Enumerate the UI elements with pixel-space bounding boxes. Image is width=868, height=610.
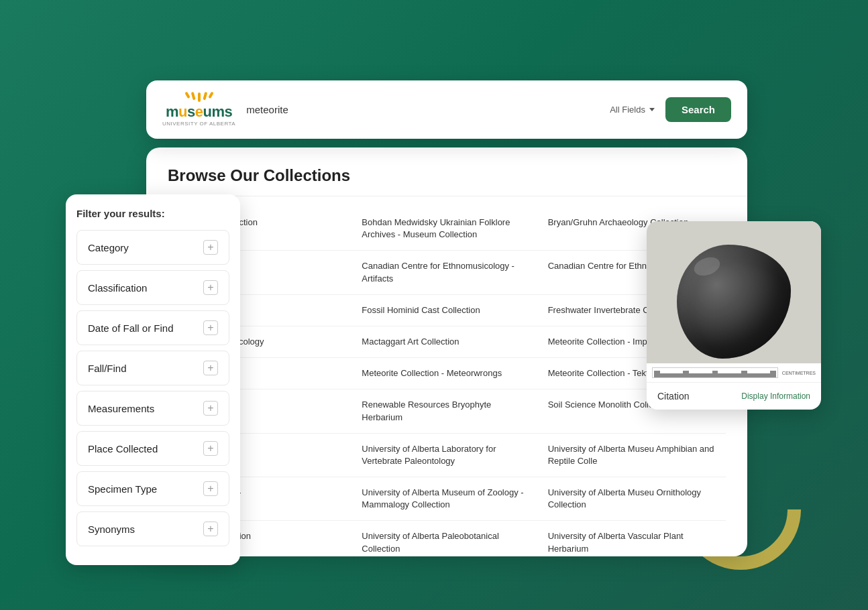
ruler-tick [695, 373, 701, 377]
filter-expand-icon: + [203, 280, 218, 295]
rock-shape [677, 245, 791, 359]
collection-item[interactable]: University of Alberta Museum of Zoology … [354, 477, 539, 521]
filter-expand-icon: + [203, 401, 218, 416]
filter-sidebar: Filter your results: Category + Classifi… [66, 194, 240, 565]
display-information-link[interactable]: Display Information [741, 391, 810, 401]
collection-item[interactable]: University of Alberta Vascular Plant Her… [540, 521, 726, 552]
collection-item[interactable]: Meteorite Collection - Meteorwrongs [354, 358, 539, 389]
collection-item[interactable]: Fossil Hominid Cast Collection [354, 295, 539, 326]
collection-item[interactable]: Renewable Resources Bryophyte Herbarium [354, 389, 539, 433]
ruler-tick [764, 373, 770, 377]
filter-expand-icon: + [203, 240, 218, 255]
search-button[interactable]: Search [665, 97, 731, 122]
meteorite-image: CENTIMETRES [647, 221, 821, 382]
search-input[interactable] [246, 101, 599, 118]
filter-expand-icon: + [203, 481, 218, 496]
filter-sidebar-title: Filter your results: [76, 208, 229, 219]
chevron-down-icon [649, 108, 655, 111]
logo: museums university of alberta [162, 93, 235, 127]
filter-item[interactable]: Measurements + [76, 391, 229, 426]
filter-item[interactable]: Synonyms + [76, 511, 229, 546]
filter-item[interactable]: Category + [76, 230, 229, 265]
ruler-tick [700, 373, 706, 377]
ruler-tick [660, 373, 666, 377]
ruler-tick [759, 373, 765, 377]
ruler-tick [747, 373, 753, 377]
ruler-tick [770, 371, 776, 377]
ruler-cm-label: CENTIMETRES [782, 371, 816, 375]
ruler-tick [706, 373, 712, 377]
filter-item-label: Specimen Type [88, 483, 157, 495]
all-fields-label: All Fields [610, 105, 645, 115]
filter-item-label: Synonyms [88, 524, 135, 535]
filter-expand-icon: + [203, 320, 218, 335]
filter-item-label: Category [88, 242, 129, 253]
ruler-tick [689, 373, 695, 377]
ruler-tick [718, 373, 724, 377]
ruler-tick [735, 373, 741, 377]
filter-item[interactable]: Date of Fall or Find + [76, 310, 229, 345]
search-card: museums university of alberta All Fields… [146, 80, 747, 139]
ruler-tick [654, 371, 660, 377]
filter-item[interactable]: Fall/Find + [76, 351, 229, 385]
collection-item[interactable]: Bohdan Medwidsky Ukrainian Folklore Arch… [354, 207, 539, 251]
ruler-strip: CENTIMETRES [647, 363, 821, 382]
ruler-tick [665, 373, 671, 377]
ruler-tick [712, 371, 718, 377]
filter-expand-icon: + [203, 361, 218, 375]
logo-sun [188, 93, 210, 102]
citation-label: Citation [657, 391, 689, 402]
all-fields-button[interactable]: All Fields [610, 105, 655, 115]
filter-item[interactable]: Place Collected + [76, 431, 229, 466]
filter-item-label: Date of Fall or Find [88, 322, 174, 334]
collection-item[interactable]: University of Alberta Paleobotanical Col… [354, 521, 539, 552]
logo-subtitle: university of alberta [162, 121, 235, 127]
filter-expand-icon: + [203, 441, 218, 456]
rock-highlight [692, 254, 722, 279]
logo-text: museums [166, 103, 232, 121]
filter-item-label: Fall/Find [88, 363, 127, 374]
filter-item[interactable]: Specimen Type + [76, 471, 229, 506]
collection-item[interactable]: Mactaggart Art Collection [354, 326, 539, 358]
meteorite-footer: Citation Display Information [647, 382, 821, 410]
filter-item[interactable]: Classification + [76, 270, 229, 305]
ruler-tick [671, 373, 677, 377]
browse-header: Browse Our Collections [146, 147, 747, 196]
collection-item[interactable]: University of Alberta Laboratory for Ver… [354, 434, 539, 477]
ruler-tick [741, 371, 747, 377]
search-input-wrap [246, 101, 599, 118]
browse-title: Browse Our Collections [168, 166, 726, 185]
filter-expand-icon: + [203, 522, 218, 536]
ruler-tick [730, 373, 736, 377]
collection-item[interactable]: University of Alberta Museu Ornithology … [540, 477, 726, 521]
ruler-tick [753, 373, 759, 377]
collection-item[interactable]: University of Alberta Museu Amphibian an… [540, 434, 726, 477]
filter-item-label: Classification [88, 282, 147, 294]
ruler-tick [683, 371, 689, 377]
meteorite-card: CENTIMETRES Citation Display Information [647, 221, 821, 410]
filter-item-label: Measurements [88, 403, 154, 414]
collection-item[interactable]: Canadian Centre for Ethnomusicology - Ar… [354, 251, 539, 294]
filter-item-label: Place Collected [88, 443, 158, 454]
ruler-tick [677, 373, 684, 377]
ruler-tick [724, 373, 730, 377]
ruler [652, 367, 778, 378]
